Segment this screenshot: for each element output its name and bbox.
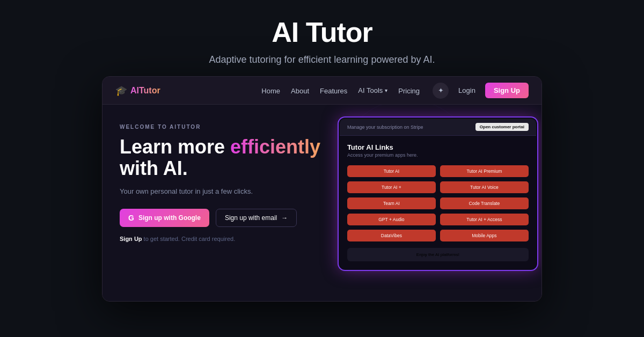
nav-link-home[interactable]: Home [261, 87, 280, 95]
app-link-tutor-ai[interactable]: Tutor AI [347, 165, 436, 177]
signup-note-rest: to get started. Credit card required. [142, 236, 236, 242]
app-link-tutor-ai-voice[interactable]: Tutor AI Voice [440, 181, 529, 193]
nav-links: Home About Features AI Tools ▾ Pricing [261, 86, 420, 96]
login-button[interactable]: Login [454, 84, 480, 97]
hero-left: WELCOME TO AITUTOR Learn more efficientl… [103, 105, 344, 301]
star-button[interactable]: ✦ [433, 83, 449, 99]
email-btn-label: Sign up with email [225, 214, 277, 222]
footer-text: Enjoy the AI platforms! [416, 252, 459, 257]
app-panel-top: Manage your subscription on Stripe Open … [340, 119, 536, 136]
app-link-tutor-ai-plus[interactable]: Tutor AI + [347, 181, 436, 193]
signup-note-bold: Sign Up [120, 236, 142, 242]
hero-heading-part2: with AI. [120, 157, 188, 179]
navbar: 🎓 AITutor Home About Features AI Tools ▾… [103, 77, 541, 105]
logo-icon: 🎓 [115, 85, 127, 97]
google-icon: G [128, 214, 134, 222]
app-links-grid: Tutor AI Tutor AI Premium Tutor AI + Tut… [347, 165, 529, 241]
nav-item-home[interactable]: Home [261, 86, 280, 96]
welcome-label: WELCOME TO AITUTOR [120, 124, 327, 130]
google-signup-button[interactable]: G Sign up with Google [120, 209, 209, 227]
google-btn-label: Sign up with Google [138, 214, 201, 222]
nav-link-aitools[interactable]: AI Tools ▾ [358, 86, 387, 94]
hero-heading-part1: Learn more [120, 136, 230, 158]
nav-item-about[interactable]: About [291, 86, 309, 96]
arrow-icon: → [281, 214, 288, 222]
app-link-mobile-apps[interactable]: Mobile Apps [440, 230, 529, 241]
logo: 🎓 AITutor [115, 85, 160, 97]
app-link-datavibes[interactable]: DataVibes [347, 230, 436, 241]
content-area: WELCOME TO AITUTOR Learn more efficientl… [103, 105, 541, 301]
top-section: AI Tutor Adaptive tutoring for efficient… [0, 0, 644, 76]
app-link-tutor-ai-access[interactable]: Tutor AI + Access [440, 214, 529, 225]
app-panel: Manage your subscription on Stripe Open … [339, 118, 537, 270]
hero-heading-highlight: efficiently [230, 136, 320, 158]
app-panel-title: Tutor AI Links [347, 143, 529, 151]
logo-text: AITutor [130, 86, 160, 96]
main-title: AI Tutor [0, 17, 644, 48]
nav-link-pricing[interactable]: Pricing [398, 87, 420, 95]
hero-heading: Learn more efficiently with AI. [120, 136, 327, 179]
browser-mockup: 🎓 AITutor Home About Features AI Tools ▾… [102, 76, 542, 302]
signup-button[interactable]: Sign Up [485, 83, 529, 98]
app-panel-top-text: Manage your subscription on Stripe [347, 124, 423, 130]
open-portal-button[interactable]: Open customer portal [475, 123, 529, 131]
nav-item-features[interactable]: Features [320, 86, 347, 96]
nav-item-pricing[interactable]: Pricing [398, 86, 420, 96]
app-link-code-translate[interactable]: Code Translate [440, 197, 529, 209]
main-subtitle: Adaptive tutoring for efficient learning… [0, 54, 644, 65]
signup-note: Sign Up to get started. Credit card requ… [120, 236, 327, 242]
cta-buttons: G Sign up with Google Sign up with email… [120, 209, 327, 227]
nav-actions: ✦ Login Sign Up [433, 83, 529, 99]
nav-item-aitools[interactable]: AI Tools ▾ [358, 86, 387, 94]
chevron-down-icon: ▾ [385, 87, 387, 93]
email-signup-button[interactable]: Sign up with email → [216, 209, 297, 227]
nav-link-features[interactable]: Features [320, 87, 347, 95]
app-link-team-ai[interactable]: Team AI [347, 197, 436, 209]
app-panel-body: Tutor AI Links Access your premium apps … [340, 136, 536, 269]
app-link-gpt-audio[interactable]: GPT + Audio [347, 214, 436, 225]
nav-link-about[interactable]: About [291, 87, 309, 95]
app-panel-subtitle: Access your premium apps here. [347, 152, 529, 158]
app-panel-footer: Enjoy the AI platforms! [347, 248, 529, 261]
app-link-tutor-ai-premium[interactable]: Tutor AI Premium [440, 165, 529, 177]
hero-subtext: Your own personal tutor in just a few cl… [120, 186, 327, 197]
hero-right: Manage your subscription on Stripe Open … [344, 105, 541, 301]
